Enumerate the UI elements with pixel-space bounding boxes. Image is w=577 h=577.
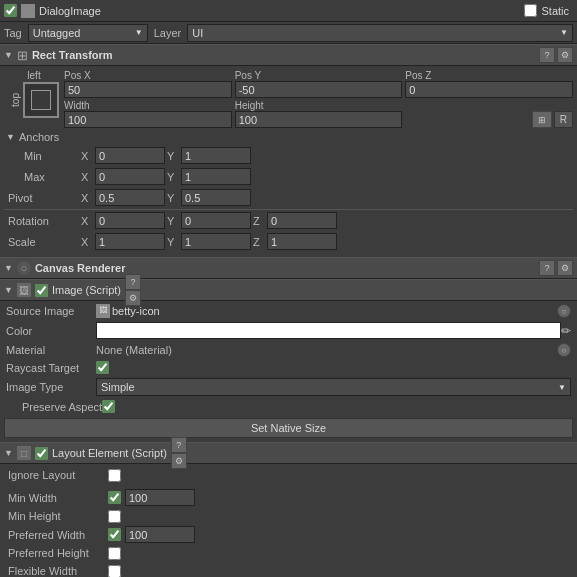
image-script-icon: 🖼 [17, 283, 31, 297]
pos-z-input[interactable] [405, 81, 573, 98]
layout-element-collapse[interactable]: ▼ [4, 448, 13, 458]
min-row: Min X Y [4, 146, 573, 165]
ignore-layout-checkbox[interactable] [108, 469, 121, 482]
scale-z-label: Z [253, 236, 265, 248]
preferred-height-checkbox[interactable] [108, 547, 121, 560]
divider1 [4, 209, 573, 210]
tag-dropdown[interactable]: Untagged ▼ [28, 24, 148, 42]
layout-element-icons: ? ⚙ [171, 437, 187, 469]
material-row: Material None (Material) ○ [4, 342, 573, 358]
layer-label: Layer [154, 27, 182, 39]
scale-x-label: X [81, 236, 93, 248]
rect-transform-collapse[interactable]: ▼ [4, 50, 13, 60]
image-type-dropdown[interactable]: Simple ▼ [96, 378, 571, 396]
source-image-field: 🖼 betty-icon [96, 304, 557, 318]
pos-z-cell: Pos Z [405, 70, 573, 98]
layout-element-help-icon[interactable]: ? [171, 437, 187, 453]
scale-x-input[interactable] [95, 233, 165, 250]
max-y-input[interactable] [181, 168, 251, 185]
scale-z-input[interactable] [267, 233, 337, 250]
source-image-label: Source Image [6, 305, 96, 317]
min-x-input[interactable] [95, 147, 165, 164]
pos-row: Pos X Pos Y Pos Z [64, 70, 573, 98]
min-label: Min [8, 150, 78, 162]
ignore-layout-label: Ignore Layout [8, 469, 108, 481]
rot-z-input[interactable] [267, 212, 337, 229]
scale-y-input[interactable] [181, 233, 251, 250]
object-active-checkbox[interactable] [4, 4, 17, 17]
max-x-input[interactable] [95, 168, 165, 185]
pivot-x-input[interactable] [95, 189, 165, 206]
source-image-circle-btn[interactable]: ○ [557, 304, 571, 318]
preserve-aspect-checkbox[interactable] [102, 400, 115, 413]
source-image-icon: 🖼 [96, 304, 110, 318]
scale-y-label: Y [167, 236, 179, 248]
rt-constrain-icon[interactable]: ⊞ [532, 111, 552, 128]
rot-y-input[interactable] [181, 212, 251, 229]
r-btn-cell: ⊞ R [405, 111, 573, 128]
rect-transform-help-icon[interactable]: ? [539, 47, 555, 63]
pos-y-input[interactable] [235, 81, 403, 98]
raycast-checkbox[interactable] [96, 361, 109, 374]
tag-label: Tag [4, 27, 22, 39]
width-input[interactable] [64, 111, 232, 128]
image-script-help-icon[interactable]: ? [125, 274, 141, 290]
preferred-width-label: Preferred Width [8, 529, 108, 541]
min-height-checkbox[interactable] [108, 510, 121, 523]
canvas-renderer-settings-icon[interactable]: ⚙ [557, 260, 573, 276]
layout-element-icon: □ [17, 446, 31, 460]
rot-x-label: X [81, 215, 93, 227]
image-script-collapse[interactable]: ▼ [4, 285, 13, 295]
min-width-checkbox[interactable] [108, 491, 121, 504]
max-label: Max [8, 171, 78, 183]
image-script-icons: ? ⚙ [125, 274, 141, 306]
anchors-label: Anchors [19, 131, 109, 143]
pivot-xy-group: X Y [81, 189, 251, 206]
image-script-content: Source Image 🖼 betty-icon ○ Color ✏ Mate… [0, 301, 577, 442]
layout-element-enabled[interactable] [35, 447, 48, 460]
canvas-renderer-help-icon[interactable]: ? [539, 260, 555, 276]
min-y-input[interactable] [181, 147, 251, 164]
min-x-label: X [81, 150, 93, 162]
image-script-enabled[interactable] [35, 284, 48, 297]
layout-element-settings-icon[interactable]: ⚙ [171, 453, 187, 469]
canvas-renderer-header: ▼ ○ Canvas Renderer ? ⚙ [0, 257, 577, 279]
flexible-width-label: Flexible Width [8, 565, 108, 577]
layout-element-title: Layout Element (Script) [52, 447, 167, 459]
preserve-aspect-label: Preserve Aspect [6, 401, 102, 413]
min-y-label: Y [167, 150, 179, 162]
material-circle-btn[interactable]: ○ [557, 343, 571, 357]
flexible-width-row: Flexible Width [4, 562, 573, 577]
layer-dropdown[interactable]: UI ▼ [187, 24, 573, 42]
pos-x-cell: Pos X [64, 70, 232, 98]
height-label: Height [235, 100, 403, 111]
static-checkbox[interactable] [524, 4, 537, 17]
source-image-row: Source Image 🖼 betty-icon ○ [4, 303, 573, 319]
preferred-width-input[interactable] [125, 526, 195, 543]
set-native-size-button[interactable]: Set Native Size [4, 418, 573, 438]
rect-transform-icon: ⊞ [17, 48, 28, 63]
anchors-collapse[interactable]: ▼ [6, 132, 15, 142]
object-icon [21, 4, 35, 18]
r-button[interactable]: R [554, 111, 573, 128]
min-width-input[interactable] [125, 489, 195, 506]
rotation-xyz-group: X Y Z [81, 212, 337, 229]
pos-x-input[interactable] [64, 81, 232, 98]
canvas-renderer-title: Canvas Renderer [35, 262, 126, 274]
canvas-renderer-collapse[interactable]: ▼ [4, 263, 13, 273]
pivot-y-input[interactable] [181, 189, 251, 206]
flexible-width-checkbox[interactable] [108, 565, 121, 578]
material-value: None (Material) [96, 344, 557, 356]
color-pencil-icon[interactable]: ✏ [561, 324, 571, 338]
static-label: Static [541, 5, 569, 17]
max-x-label: X [81, 171, 93, 183]
max-y-label: Y [167, 171, 179, 183]
rect-transform-settings-icon[interactable]: ⚙ [557, 47, 573, 63]
static-area: Static [524, 4, 569, 17]
preferred-width-checkbox[interactable] [108, 528, 121, 541]
color-picker[interactable] [96, 322, 561, 339]
height-input[interactable] [235, 111, 403, 128]
max-row: Max X Y [4, 167, 573, 186]
rot-x-input[interactable] [95, 212, 165, 229]
rect-transform-header: ▼ ⊞ Rect Transform ? ⚙ [0, 44, 577, 66]
